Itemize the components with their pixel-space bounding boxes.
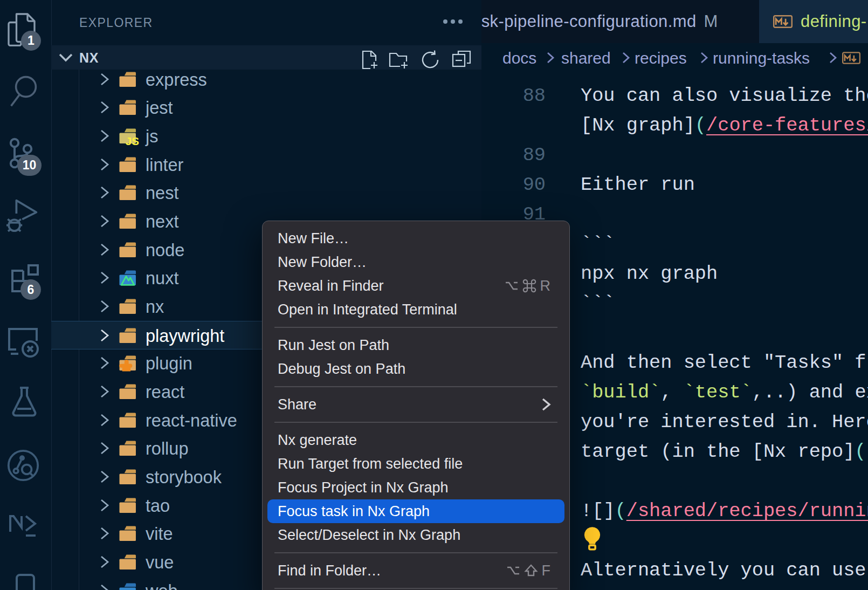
svg-text:JS: JS [126, 135, 139, 147]
